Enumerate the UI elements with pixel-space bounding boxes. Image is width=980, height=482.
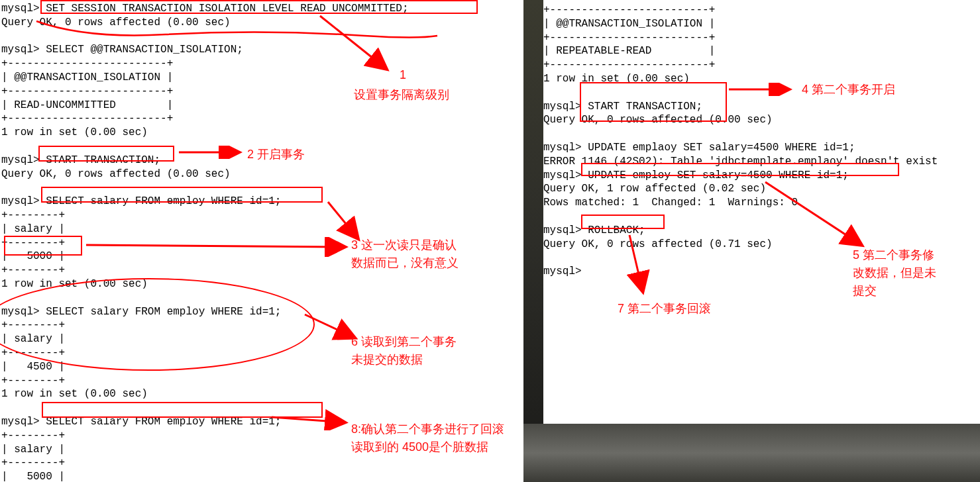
table-border: +--------+: [1, 375, 65, 387]
table-border: +--------+: [1, 457, 65, 469]
desktop-background: [523, 0, 543, 482]
annotation-7: 7 第二个事务回滚: [618, 300, 711, 318]
result-line: Rows matched: 1 Changed: 1 Warnings: 0: [543, 197, 798, 209]
table-value: | REPEATABLE-READ |: [543, 45, 715, 57]
table-header: | salary |: [1, 444, 65, 456]
arrow-icon: [317, 13, 396, 75]
annotation-6: 6 读取到第二个事务 未提交的数据: [351, 333, 484, 369]
table-border: +-------------------------+: [543, 4, 715, 16]
table-border: +-------------------------+: [1, 58, 173, 70]
table-header: | @@TRANSACTION_ISOLATION |: [1, 72, 173, 83]
desktop-edge: [523, 424, 980, 482]
arrow-icon: [179, 146, 245, 159]
prompt-line: mysql>: [543, 265, 582, 277]
annotation-5-line1: 5 第二个事务修: [853, 248, 934, 262]
table-border: +-------------------------+: [1, 85, 173, 97]
svg-line-8: [629, 235, 643, 291]
table-value: | READ-UNCOMMITTED |: [1, 99, 173, 111]
svg-line-7: [765, 182, 861, 245]
arrow-icon: [272, 404, 351, 430]
annotation-1-text: 设置事务隔离级别: [354, 86, 449, 104]
table-border: +--------+: [1, 209, 65, 221]
table-header: | salary |: [1, 223, 65, 235]
table-border: +-------------------------+: [543, 32, 715, 44]
highlight-box: [40, 0, 478, 14]
arrow-icon: [86, 237, 351, 257]
highlight-box: [4, 236, 82, 256]
annotation-5-line2: 改数据，但是未: [853, 266, 936, 279]
annotation-5: 5 第二个事务修 改数据，但是未 提交: [853, 246, 965, 300]
result-line: Query OK, 1 row affected (0.02 sec): [543, 183, 766, 195]
annotation-3-line2: 数据而已，没有意义: [351, 256, 459, 269]
annotation-8-line1: 8:确认第二个事务进行了回滚: [351, 422, 504, 436]
arrow-icon: [623, 232, 656, 298]
highlight-box: [38, 146, 174, 162]
annotation-8-line2: 读取到的 4500是个脏数据: [351, 440, 488, 454]
result-line: 1 row in set (0.00 sec): [1, 388, 148, 400]
annotation-6-line2: 未提交的数据: [351, 353, 423, 366]
annotation-4: 4 第二个事务开启: [802, 81, 895, 99]
highlight-box: [41, 187, 323, 203]
table-header: | @@TRANSACTION_ISOLATION |: [543, 18, 715, 30]
annotation-3-line1: 3 这一次读只是确认: [351, 238, 457, 252]
annotation-1-number: 1: [400, 66, 406, 84]
annotation-2: 2 开启事务: [247, 146, 305, 164]
annotation-6-line1: 6 读取到第二个事务: [351, 335, 457, 348]
table-border: +-------------------------+: [1, 113, 173, 124]
result-line: Query OK, 0 rows affected (0.71 sec): [543, 238, 773, 250]
table-value: | 5000 |: [1, 471, 65, 482]
arrow-icon: [729, 83, 795, 96]
result-line: Query OK, 0 rows affected (0.00 sec): [1, 168, 231, 180]
highlight-box: [581, 215, 665, 229]
arrow-icon: [762, 179, 875, 252]
svg-line-0: [320, 16, 386, 69]
table-border: +--------+: [1, 264, 65, 276]
highlight-box: [581, 163, 899, 176]
svg-line-3: [86, 245, 345, 247]
svg-line-5: [272, 417, 345, 422]
svg-line-4: [305, 314, 354, 338]
svg-line-2: [328, 202, 358, 238]
annotation-3: 3 这一次读只是确认 数据而已，没有意义: [351, 236, 484, 272]
result-line: 1 row in set (0.00 sec): [1, 126, 148, 138]
sql-line: mysql> SELECT @@TRANSACTION_ISOLATION;: [1, 44, 243, 56]
annotation-8: 8:确认第二个事务进行了回滚 读取到的 4500是个脏数据: [351, 420, 543, 456]
table-border: +--------+: [1, 430, 65, 442]
annotation-5-line3: 提交: [853, 284, 877, 297]
sql-line: mysql> UPDATE emplaoy SET salary=4500 WH…: [543, 142, 855, 154]
highlight-box: [580, 82, 727, 122]
table-border: +-------------------------+: [543, 59, 715, 71]
